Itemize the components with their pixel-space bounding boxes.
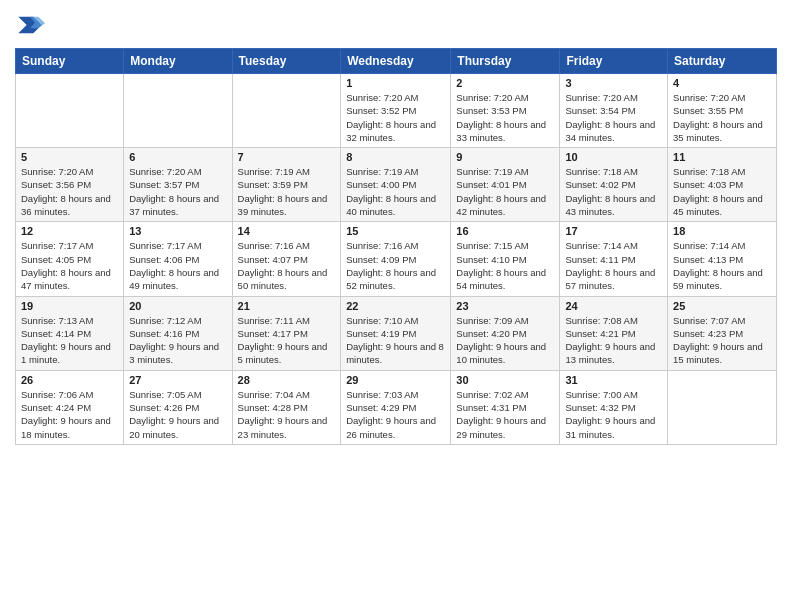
day-cell: 27Sunrise: 7:05 AM Sunset: 4:26 PM Dayli… (124, 370, 232, 444)
day-cell: 3Sunrise: 7:20 AM Sunset: 3:54 PM Daylig… (560, 74, 668, 148)
day-cell: 29Sunrise: 7:03 AM Sunset: 4:29 PM Dayli… (341, 370, 451, 444)
day-info: Sunrise: 7:19 AM Sunset: 4:00 PM Dayligh… (346, 165, 445, 218)
day-cell: 2Sunrise: 7:20 AM Sunset: 3:53 PM Daylig… (451, 74, 560, 148)
day-info: Sunrise: 7:16 AM Sunset: 4:07 PM Dayligh… (238, 239, 336, 292)
day-cell (232, 74, 341, 148)
weekday-sunday: Sunday (16, 49, 124, 74)
day-info: Sunrise: 7:04 AM Sunset: 4:28 PM Dayligh… (238, 388, 336, 441)
day-number: 31 (565, 374, 662, 386)
day-info: Sunrise: 7:20 AM Sunset: 3:52 PM Dayligh… (346, 91, 445, 144)
day-info: Sunrise: 7:14 AM Sunset: 4:13 PM Dayligh… (673, 239, 771, 292)
week-row-5: 26Sunrise: 7:06 AM Sunset: 4:24 PM Dayli… (16, 370, 777, 444)
day-info: Sunrise: 7:06 AM Sunset: 4:24 PM Dayligh… (21, 388, 118, 441)
week-row-3: 12Sunrise: 7:17 AM Sunset: 4:05 PM Dayli… (16, 222, 777, 296)
day-number: 19 (21, 300, 118, 312)
day-cell: 13Sunrise: 7:17 AM Sunset: 4:06 PM Dayli… (124, 222, 232, 296)
day-info: Sunrise: 7:09 AM Sunset: 4:20 PM Dayligh… (456, 314, 554, 367)
day-info: Sunrise: 7:20 AM Sunset: 3:54 PM Dayligh… (565, 91, 662, 144)
day-cell: 20Sunrise: 7:12 AM Sunset: 4:16 PM Dayli… (124, 296, 232, 370)
day-number: 5 (21, 151, 118, 163)
day-cell: 1Sunrise: 7:20 AM Sunset: 3:52 PM Daylig… (341, 74, 451, 148)
day-info: Sunrise: 7:10 AM Sunset: 4:19 PM Dayligh… (346, 314, 445, 367)
header (15, 10, 777, 40)
day-cell: 4Sunrise: 7:20 AM Sunset: 3:55 PM Daylig… (668, 74, 777, 148)
day-info: Sunrise: 7:16 AM Sunset: 4:09 PM Dayligh… (346, 239, 445, 292)
day-info: Sunrise: 7:19 AM Sunset: 4:01 PM Dayligh… (456, 165, 554, 218)
day-cell: 28Sunrise: 7:04 AM Sunset: 4:28 PM Dayli… (232, 370, 341, 444)
day-info: Sunrise: 7:14 AM Sunset: 4:11 PM Dayligh… (565, 239, 662, 292)
day-cell: 12Sunrise: 7:17 AM Sunset: 4:05 PM Dayli… (16, 222, 124, 296)
week-row-4: 19Sunrise: 7:13 AM Sunset: 4:14 PM Dayli… (16, 296, 777, 370)
day-cell: 17Sunrise: 7:14 AM Sunset: 4:11 PM Dayli… (560, 222, 668, 296)
day-cell: 19Sunrise: 7:13 AM Sunset: 4:14 PM Dayli… (16, 296, 124, 370)
day-cell: 16Sunrise: 7:15 AM Sunset: 4:10 PM Dayli… (451, 222, 560, 296)
week-row-1: 1Sunrise: 7:20 AM Sunset: 3:52 PM Daylig… (16, 74, 777, 148)
day-info: Sunrise: 7:02 AM Sunset: 4:31 PM Dayligh… (456, 388, 554, 441)
day-number: 2 (456, 77, 554, 89)
day-number: 13 (129, 225, 226, 237)
calendar-table: SundayMondayTuesdayWednesdayThursdayFrid… (15, 48, 777, 445)
logo-icon (15, 10, 45, 40)
day-info: Sunrise: 7:19 AM Sunset: 3:59 PM Dayligh… (238, 165, 336, 218)
day-cell: 6Sunrise: 7:20 AM Sunset: 3:57 PM Daylig… (124, 148, 232, 222)
day-info: Sunrise: 7:07 AM Sunset: 4:23 PM Dayligh… (673, 314, 771, 367)
day-number: 29 (346, 374, 445, 386)
day-info: Sunrise: 7:20 AM Sunset: 3:57 PM Dayligh… (129, 165, 226, 218)
day-number: 26 (21, 374, 118, 386)
day-number: 9 (456, 151, 554, 163)
day-info: Sunrise: 7:11 AM Sunset: 4:17 PM Dayligh… (238, 314, 336, 367)
weekday-header-row: SundayMondayTuesdayWednesdayThursdayFrid… (16, 49, 777, 74)
day-number: 18 (673, 225, 771, 237)
day-number: 8 (346, 151, 445, 163)
day-info: Sunrise: 7:15 AM Sunset: 4:10 PM Dayligh… (456, 239, 554, 292)
day-number: 17 (565, 225, 662, 237)
day-number: 1 (346, 77, 445, 89)
day-cell: 11Sunrise: 7:18 AM Sunset: 4:03 PM Dayli… (668, 148, 777, 222)
day-cell: 5Sunrise: 7:20 AM Sunset: 3:56 PM Daylig… (16, 148, 124, 222)
day-info: Sunrise: 7:13 AM Sunset: 4:14 PM Dayligh… (21, 314, 118, 367)
day-info: Sunrise: 7:18 AM Sunset: 4:02 PM Dayligh… (565, 165, 662, 218)
day-cell: 25Sunrise: 7:07 AM Sunset: 4:23 PM Dayli… (668, 296, 777, 370)
day-number: 22 (346, 300, 445, 312)
day-number: 7 (238, 151, 336, 163)
day-number: 21 (238, 300, 336, 312)
day-number: 16 (456, 225, 554, 237)
weekday-saturday: Saturday (668, 49, 777, 74)
day-number: 12 (21, 225, 118, 237)
day-cell: 15Sunrise: 7:16 AM Sunset: 4:09 PM Dayli… (341, 222, 451, 296)
day-info: Sunrise: 7:17 AM Sunset: 4:05 PM Dayligh… (21, 239, 118, 292)
day-number: 3 (565, 77, 662, 89)
day-number: 24 (565, 300, 662, 312)
day-number: 14 (238, 225, 336, 237)
weekday-monday: Monday (124, 49, 232, 74)
day-cell: 10Sunrise: 7:18 AM Sunset: 4:02 PM Dayli… (560, 148, 668, 222)
day-info: Sunrise: 7:03 AM Sunset: 4:29 PM Dayligh… (346, 388, 445, 441)
day-info: Sunrise: 7:20 AM Sunset: 3:55 PM Dayligh… (673, 91, 771, 144)
day-cell: 24Sunrise: 7:08 AM Sunset: 4:21 PM Dayli… (560, 296, 668, 370)
day-number: 27 (129, 374, 226, 386)
day-info: Sunrise: 7:12 AM Sunset: 4:16 PM Dayligh… (129, 314, 226, 367)
day-number: 20 (129, 300, 226, 312)
day-cell: 26Sunrise: 7:06 AM Sunset: 4:24 PM Dayli… (16, 370, 124, 444)
day-cell (668, 370, 777, 444)
day-info: Sunrise: 7:20 AM Sunset: 3:53 PM Dayligh… (456, 91, 554, 144)
day-number: 23 (456, 300, 554, 312)
logo (15, 10, 49, 40)
day-number: 6 (129, 151, 226, 163)
day-number: 4 (673, 77, 771, 89)
day-info: Sunrise: 7:08 AM Sunset: 4:21 PM Dayligh… (565, 314, 662, 367)
day-cell: 7Sunrise: 7:19 AM Sunset: 3:59 PM Daylig… (232, 148, 341, 222)
day-info: Sunrise: 7:18 AM Sunset: 4:03 PM Dayligh… (673, 165, 771, 218)
week-row-2: 5Sunrise: 7:20 AM Sunset: 3:56 PM Daylig… (16, 148, 777, 222)
weekday-thursday: Thursday (451, 49, 560, 74)
day-cell: 9Sunrise: 7:19 AM Sunset: 4:01 PM Daylig… (451, 148, 560, 222)
day-cell: 23Sunrise: 7:09 AM Sunset: 4:20 PM Dayli… (451, 296, 560, 370)
weekday-friday: Friday (560, 49, 668, 74)
day-cell: 18Sunrise: 7:14 AM Sunset: 4:13 PM Dayli… (668, 222, 777, 296)
day-info: Sunrise: 7:20 AM Sunset: 3:56 PM Dayligh… (21, 165, 118, 218)
day-cell: 8Sunrise: 7:19 AM Sunset: 4:00 PM Daylig… (341, 148, 451, 222)
day-number: 25 (673, 300, 771, 312)
weekday-wednesday: Wednesday (341, 49, 451, 74)
day-info: Sunrise: 7:17 AM Sunset: 4:06 PM Dayligh… (129, 239, 226, 292)
day-info: Sunrise: 7:05 AM Sunset: 4:26 PM Dayligh… (129, 388, 226, 441)
